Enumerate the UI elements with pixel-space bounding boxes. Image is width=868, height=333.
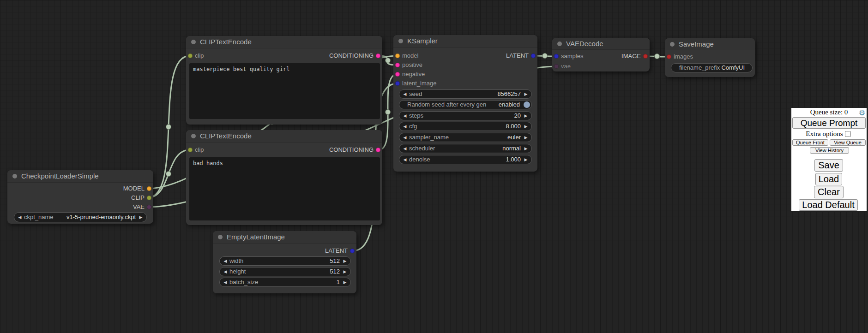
vae-port-icon[interactable] xyxy=(554,64,559,69)
denoise-widget[interactable]: ◀ denoise 1.000 ▶ xyxy=(399,155,532,164)
ckpt-name-combo-widget[interactable]: ◀ ckpt_name v1-5-pruned-emaonly.ckpt ▶ xyxy=(14,212,147,222)
node-clip-text-encode-positive[interactable]: CLIPTextEncode clip CONDITIONING masterp… xyxy=(186,36,382,125)
scheduler-widget[interactable]: ◀ scheduler normal ▶ xyxy=(399,144,532,153)
cfg-widget[interactable]: ◀ cfg 8.000 ▶ xyxy=(399,122,532,131)
gear-icon[interactable]: ⚙ xyxy=(859,108,865,117)
node-title: CheckpointLoaderSimple xyxy=(21,172,99,180)
node-title-bar[interactable]: CheckpointLoaderSimple xyxy=(7,170,153,183)
queue-front-button[interactable]: Queue Front xyxy=(792,139,828,146)
view-queue-button[interactable]: View Queue xyxy=(830,139,866,146)
collapse-dot-icon[interactable] xyxy=(12,174,17,178)
node-clip-text-encode-negative[interactable]: CLIPTextEncode clip CONDITIONING bad han… xyxy=(186,130,382,225)
extra-options-row: Extra options xyxy=(791,130,867,137)
latent-port-icon[interactable] xyxy=(350,249,355,253)
collapse-dot-icon[interactable] xyxy=(191,134,196,138)
node-title-bar[interactable]: CLIPTextEncode xyxy=(186,36,382,48)
model-port-icon[interactable] xyxy=(147,186,151,191)
widget-label: ckpt_name xyxy=(24,213,54,222)
image-port-icon[interactable] xyxy=(643,54,648,59)
image-port-icon[interactable] xyxy=(667,54,671,59)
random-seed-toggle-widget[interactable]: Random seed after every gen enabled xyxy=(399,100,532,109)
decrement-arrow-icon[interactable]: ◀ xyxy=(222,278,229,286)
extra-options-checkbox[interactable] xyxy=(845,131,851,137)
sampler-name-widget[interactable]: ◀ sampler_name euler ▶ xyxy=(399,133,532,142)
collapse-dot-icon[interactable] xyxy=(218,235,223,239)
increment-arrow-icon[interactable]: ▶ xyxy=(342,268,348,276)
collapse-dot-icon[interactable] xyxy=(670,42,675,47)
load-button[interactable]: Load xyxy=(815,173,842,185)
increment-arrow-icon[interactable]: ▶ xyxy=(523,112,529,120)
increment-arrow-icon[interactable]: ▶ xyxy=(523,90,529,98)
view-history-button[interactable]: View History xyxy=(810,147,849,154)
node-vae-decode[interactable]: VAEDecode samples vae IMAGE xyxy=(552,38,650,71)
collapse-dot-icon[interactable] xyxy=(398,39,403,43)
decrement-arrow-icon[interactable]: ◀ xyxy=(402,112,408,120)
output-model: MODEL xyxy=(123,184,153,193)
queue-prompt-button[interactable]: Queue Prompt xyxy=(792,117,866,129)
vae-port-icon[interactable] xyxy=(147,205,151,209)
node-title: CLIPTextEncode xyxy=(200,132,252,140)
clip-port-icon[interactable] xyxy=(188,148,193,152)
node-graph-canvas[interactable]: CheckpointLoaderSimple MODEL CLIP VAE ◀ … xyxy=(0,0,868,333)
collapse-dot-icon[interactable] xyxy=(191,40,196,44)
node-title-bar[interactable]: CLIPTextEncode xyxy=(186,130,382,143)
steps-widget[interactable]: ◀ steps 20 ▶ xyxy=(399,111,532,120)
output-clip: CLIP xyxy=(131,193,153,202)
widget-value: v1-5-pruned-emaonly.ckpt xyxy=(66,213,136,222)
increment-arrow-icon[interactable]: ▶ xyxy=(342,257,348,265)
latent-port-icon[interactable] xyxy=(531,54,536,58)
output-conditioning: CONDITIONING xyxy=(329,145,382,155)
latent-port-icon[interactable] xyxy=(395,81,400,86)
node-empty-latent-image[interactable]: EmptyLatentImage LATENT ◀ width 512 ▶ ◀ … xyxy=(213,231,356,293)
decrement-arrow-icon[interactable]: ◀ xyxy=(17,213,23,222)
output-conditioning: CONDITIONING xyxy=(329,51,382,60)
decrement-arrow-icon[interactable]: ◀ xyxy=(402,122,408,131)
increment-arrow-icon[interactable]: ▶ xyxy=(523,122,529,131)
seed-widget[interactable]: ◀ seed 8566257 ▶ xyxy=(399,89,532,99)
input-vae: vae xyxy=(552,62,571,71)
conditioning-port-icon[interactable] xyxy=(376,54,380,58)
batch-size-widget[interactable]: ◀ batch_size 1 ▶ xyxy=(219,278,351,287)
decrement-arrow-icon[interactable]: ◀ xyxy=(222,268,229,276)
output-latent: LATENT xyxy=(506,51,537,60)
clip-port-icon[interactable] xyxy=(147,196,151,200)
decrement-arrow-icon[interactable]: ◀ xyxy=(402,144,408,153)
node-title-bar[interactable]: SaveImage xyxy=(665,38,755,50)
filename-prefix-widget[interactable]: filename_prefix ComfyUI xyxy=(671,63,753,72)
node-ksampler[interactable]: KSampler model positive negative latent_… xyxy=(393,35,537,172)
decrement-arrow-icon[interactable]: ◀ xyxy=(402,155,408,164)
prompt-textarea[interactable]: masterpiece best quality girl xyxy=(189,63,380,119)
node-title-bar[interactable]: VAEDecode xyxy=(552,38,650,50)
conditioning-port-icon[interactable] xyxy=(395,63,400,67)
decrement-arrow-icon[interactable]: ◀ xyxy=(402,133,408,142)
extra-options-label: Extra options xyxy=(806,130,843,137)
height-widget[interactable]: ◀ height 512 ▶ xyxy=(219,267,351,276)
latent-port-icon[interactable] xyxy=(554,54,559,59)
increment-arrow-icon[interactable]: ▶ xyxy=(523,144,529,153)
toggle-circle-icon[interactable] xyxy=(524,101,530,108)
conditioning-port-icon[interactable] xyxy=(395,72,400,77)
prompt-textarea[interactable]: bad hands xyxy=(189,157,380,220)
increment-arrow-icon[interactable]: ▶ xyxy=(342,278,348,286)
decrement-arrow-icon[interactable]: ◀ xyxy=(402,90,408,98)
conditioning-port-icon[interactable] xyxy=(376,148,380,152)
output-vae: VAE xyxy=(133,202,153,212)
input-latent-image: latent_image xyxy=(393,79,436,88)
node-title-bar[interactable]: EmptyLatentImage xyxy=(213,231,356,244)
node-checkpoint-loader-simple[interactable]: CheckpointLoaderSimple MODEL CLIP VAE ◀ … xyxy=(7,170,153,224)
decrement-arrow-icon[interactable]: ◀ xyxy=(222,257,229,265)
load-default-button[interactable]: Load Default xyxy=(799,199,858,211)
clear-button[interactable]: Clear xyxy=(814,186,844,198)
clip-port-icon[interactable] xyxy=(188,54,193,58)
collapse-dot-icon[interactable] xyxy=(557,42,562,46)
input-clip: clip xyxy=(186,145,204,155)
width-widget[interactable]: ◀ width 512 ▶ xyxy=(219,256,351,266)
increment-arrow-icon[interactable]: ▶ xyxy=(523,133,529,142)
increment-arrow-icon[interactable]: ▶ xyxy=(523,155,529,164)
save-button[interactable]: Save xyxy=(814,159,843,172)
model-port-icon[interactable] xyxy=(395,54,400,58)
output-image: IMAGE xyxy=(621,52,650,61)
node-title-bar[interactable]: KSampler xyxy=(393,35,537,48)
increment-arrow-icon[interactable]: ▶ xyxy=(138,213,144,222)
node-save-image[interactable]: SaveImage images filename_prefix ComfyUI xyxy=(665,38,755,77)
